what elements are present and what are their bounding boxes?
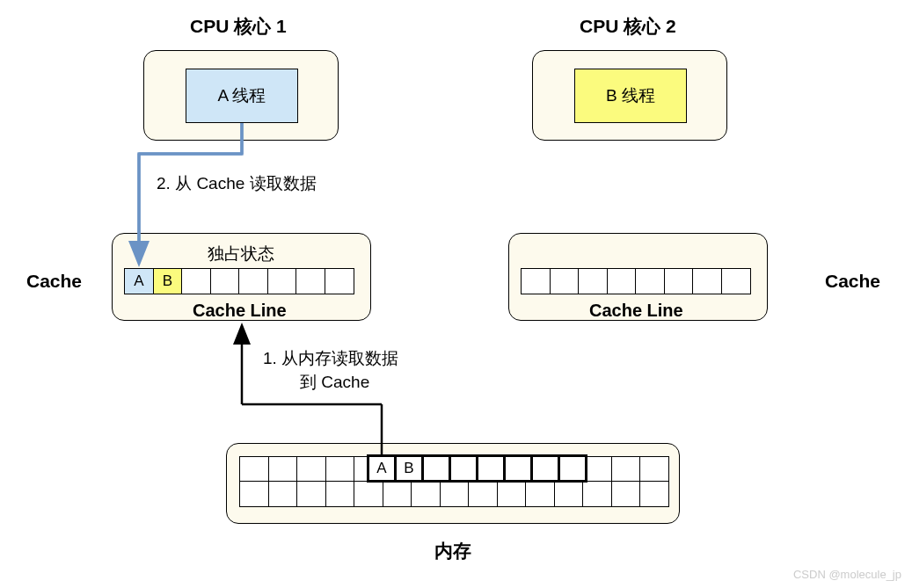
cache-label-right: Cache	[825, 271, 880, 292]
cache1-cell	[210, 268, 240, 294]
memory-cell	[639, 456, 669, 483]
memory-cell	[268, 481, 298, 507]
cache2-cell	[635, 268, 665, 294]
memory-cell-b: B	[394, 454, 424, 483]
memory-cell	[239, 481, 269, 507]
memory-cell	[325, 456, 355, 483]
memory-label: 内存	[434, 539, 471, 563]
cache2-cell	[692, 268, 722, 294]
memory-cacheline-highlight: A B	[367, 454, 587, 483]
cache2-line-cells	[521, 268, 751, 294]
memory-cell	[239, 456, 269, 483]
watermark: CSDN @molecule_jp	[793, 568, 901, 581]
memory-cell	[296, 481, 326, 507]
memory-cell-thick	[476, 454, 506, 483]
memory-cell-thick	[530, 454, 560, 483]
cache2-cell	[721, 268, 751, 294]
step1-label-b: 到 Cache	[300, 371, 369, 394]
memory-cell	[411, 481, 441, 507]
memory-cell	[383, 481, 412, 507]
memory-cell	[611, 481, 641, 507]
cache-label-left: Cache	[26, 271, 82, 292]
cpu2-title: CPU 核心 2	[580, 14, 676, 39]
cache2-cell	[521, 268, 551, 294]
cache1-cell-b: B	[153, 268, 183, 294]
thread-b-label: B 线程	[606, 84, 655, 107]
cache1-cell	[238, 268, 268, 294]
memory-cell-thick	[449, 454, 478, 483]
cache1-cell	[295, 268, 325, 294]
cache-line-label-1: Cache Line	[193, 301, 287, 321]
memory-cell-a: A	[367, 454, 397, 483]
cache-line-label-2: Cache Line	[589, 301, 683, 321]
thread-a-box: A 线程	[186, 69, 298, 123]
memory-cell	[582, 481, 612, 507]
exclusive-state-label: 独占状态	[208, 243, 274, 265]
cache2-cell	[607, 268, 637, 294]
cache2-cell	[578, 268, 608, 294]
cache1-cell	[267, 268, 297, 294]
thread-b-box: B 线程	[574, 69, 687, 123]
step2-label: 2. 从 Cache 读取数据	[157, 172, 317, 195]
memory-cell	[611, 456, 641, 483]
memory-cell	[296, 456, 326, 483]
step1-label-a: 1. 从内存读取数据	[263, 347, 398, 370]
cache1-cell-a: A	[124, 268, 154, 294]
memory-cell	[554, 481, 584, 507]
memory-cell	[525, 481, 555, 507]
cache2-cell	[664, 268, 694, 294]
memory-row2	[239, 481, 669, 507]
memory-cell-thick	[558, 454, 587, 483]
cache1-line-cells: A B	[124, 268, 354, 294]
memory-cell	[468, 481, 498, 507]
cache2-cell	[550, 268, 580, 294]
thread-a-label: A 线程	[218, 84, 266, 107]
cache1-cell	[325, 268, 354, 294]
memory-cell	[268, 456, 298, 483]
memory-cell-thick	[503, 454, 533, 483]
memory-cell	[325, 481, 355, 507]
cache1-cell	[181, 268, 211, 294]
memory-cell	[440, 481, 470, 507]
memory-cell	[639, 481, 669, 507]
memory-cell	[354, 481, 383, 507]
memory-cell-thick	[421, 454, 451, 483]
memory-cell	[497, 481, 527, 507]
cpu1-title: CPU 核心 1	[190, 14, 287, 39]
